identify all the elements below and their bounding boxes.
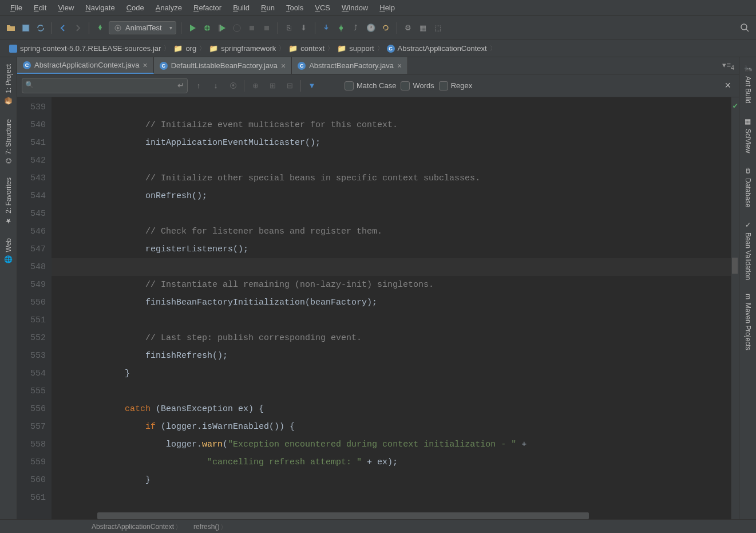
code-line[interactable]: // Instantiate all remaining (non-lazy-i… — [52, 276, 739, 294]
structure-icon[interactable]: ▦ — [417, 22, 429, 34]
code-line[interactable]: // Last step: publish corresponding even… — [52, 329, 739, 347]
tab-close-icon[interactable]: × — [281, 61, 286, 70]
tool-7-structure[interactable]: ⌬7: Structure — [2, 112, 15, 171]
line-number[interactable]: 556 — [17, 400, 46, 418]
tab-close-icon[interactable]: × — [143, 61, 148, 70]
line-number[interactable]: 554 — [17, 365, 46, 382]
tab-close-icon[interactable]: × — [397, 61, 402, 70]
line-number[interactable]: 561 — [17, 489, 46, 507]
code-content[interactable]: // Initialize event multicaster for this… — [52, 97, 739, 519]
breadcrumb-spring-context-5-0-7-release-sources-jar[interactable]: spring-context-5.0.7.RELEASE-sources.jar — [5, 42, 169, 54]
build-icon[interactable] — [94, 22, 106, 34]
breadcrumb-context[interactable]: context — [284, 42, 333, 54]
tool-web[interactable]: 🌐Web — [2, 231, 15, 271]
code-line[interactable]: } — [52, 365, 739, 382]
tool-1-project[interactable]: 📦1: Project — [2, 57, 15, 112]
line-number[interactable]: 539 — [17, 98, 46, 116]
status-breadcrumb-class[interactable]: AbstractApplicationContext — [87, 523, 179, 531]
tab-abstractbeanfactory-java[interactable]: AbstractBeanFactory.java× — [292, 57, 408, 74]
breadcrumb-support[interactable]: support — [333, 42, 382, 54]
menu-analyze[interactable]: Analyze — [150, 2, 188, 14]
back-icon[interactable] — [57, 22, 69, 34]
code-line[interactable] — [52, 258, 739, 276]
sdk-icon[interactable]: ⬚ — [432, 22, 444, 34]
line-number[interactable]: 550 — [17, 294, 46, 311]
forward-icon[interactable] — [72, 22, 84, 34]
code-line[interactable]: finishBeanFactoryInitialization(beanFact… — [52, 294, 739, 311]
line-number[interactable]: 545 — [17, 205, 46, 223]
line-number[interactable]: 546 — [17, 223, 46, 240]
code-line[interactable]: logger.warn("Exception encountered durin… — [52, 436, 739, 453]
tool-database[interactable]: 🛢Database — [741, 160, 755, 214]
code-line[interactable]: if (logger.isWarnEnabled()) { — [52, 418, 739, 436]
menu-tools[interactable]: Tools — [280, 2, 309, 14]
menu-code[interactable]: Code — [121, 2, 150, 14]
menu-edit[interactable]: Edit — [28, 2, 52, 14]
add-selection-icon[interactable]: ⊕ — [249, 80, 262, 92]
run-icon[interactable] — [186, 22, 199, 34]
error-stripe[interactable]: ✔ — [731, 97, 739, 519]
line-number[interactable]: 542 — [17, 152, 46, 169]
code-line[interactable]: // Check for listener beans and register… — [52, 223, 739, 240]
line-number[interactable]: 555 — [17, 382, 46, 400]
code-line[interactable]: } — [52, 471, 739, 489]
code-editor[interactable]: 5395405415425435445455465475485495505515… — [17, 97, 739, 519]
find-input[interactable] — [22, 78, 188, 93]
line-number[interactable]: 548 — [17, 258, 46, 276]
settings-icon[interactable]: ⚙ — [402, 22, 414, 34]
tab-defaultlistablebeanfactory-java[interactable]: DefaultListableBeanFactory.java× — [154, 57, 292, 74]
debug-icon[interactable] — [201, 22, 213, 34]
profile-icon[interactable] — [231, 22, 243, 34]
line-number[interactable]: 557 — [17, 418, 46, 436]
stop-icon[interactable] — [260, 22, 273, 34]
attach-icon[interactable] — [246, 22, 258, 34]
code-line[interactable] — [52, 152, 739, 169]
line-number[interactable]: 541 — [17, 134, 46, 152]
code-line[interactable]: // Initialize other special beans in spe… — [52, 169, 739, 187]
code-line[interactable] — [52, 382, 739, 400]
code-line[interactable]: catch (BeansException ex) { — [52, 400, 739, 418]
breadcrumb-org[interactable]: org — [169, 42, 204, 54]
tool-maven-projects[interactable]: mMaven Projects — [741, 287, 755, 357]
save-all-icon[interactable] — [19, 22, 32, 34]
vcs-history-icon[interactable]: 🕐 — [365, 22, 377, 34]
tool-sciview[interactable]: ▦SciView — [741, 110, 755, 160]
code-line[interactable]: registerListeners(); — [52, 240, 739, 258]
menu-refactor[interactable]: Refactor — [188, 2, 227, 14]
code-line[interactable]: finishRefresh(); — [52, 347, 739, 365]
line-number[interactable]: 547 — [17, 240, 46, 258]
line-number[interactable]: 559 — [17, 453, 46, 471]
remove-selection-icon[interactable]: ⊟ — [283, 80, 296, 92]
status-breadcrumb-method[interactable]: refresh() — [189, 523, 224, 531]
tab-abstractapplicationcontext-java[interactable]: AbstractApplicationContext.java× — [17, 57, 154, 74]
run-config-selector[interactable]: AnimalTest — [109, 21, 176, 34]
tool-ant-build[interactable]: 🐜Ant Build — [741, 57, 755, 110]
find-prev-icon[interactable]: ↑ — [192, 80, 205, 92]
line-number[interactable]: 552 — [17, 329, 46, 347]
words-checkbox[interactable]: Words — [401, 81, 434, 90]
menu-run[interactable]: Run — [255, 2, 280, 14]
tool-2-favorites[interactable]: ★2: Favorites — [2, 171, 15, 232]
code-line[interactable]: // Initialize event multicaster for this… — [52, 116, 739, 134]
code-line[interactable] — [52, 98, 739, 116]
menu-window[interactable]: Window — [336, 2, 374, 14]
line-number[interactable]: 560 — [17, 471, 46, 489]
caret-mark[interactable] — [732, 258, 738, 274]
tool1-icon[interactable]: ⎘ — [283, 22, 295, 34]
coverage-icon[interactable] — [216, 22, 228, 34]
vcs-commit-icon[interactable] — [335, 22, 347, 34]
select-all-icon[interactable]: ⊞ — [266, 80, 279, 92]
match-case-checkbox[interactable]: Match Case — [345, 81, 396, 90]
code-line[interactable] — [52, 489, 739, 507]
line-number[interactable]: 553 — [17, 347, 46, 365]
find-next-icon[interactable]: ↓ — [209, 80, 222, 92]
breadcrumb-abstractapplicationcontext[interactable]: AbstractApplicationContext — [382, 42, 495, 54]
code-line[interactable]: "cancelling refresh attempt: " + ex); — [52, 453, 739, 471]
vcs-update-icon[interactable] — [320, 22, 333, 34]
line-number[interactable]: 543 — [17, 169, 46, 187]
tool2-icon[interactable]: ⬇ — [298, 22, 310, 34]
line-number[interactable]: 558 — [17, 436, 46, 453]
find-target-icon[interactable]: ⦿ — [227, 80, 239, 92]
search-everywhere-icon[interactable] — [739, 22, 751, 34]
menu-vcs[interactable]: VCS — [309, 2, 336, 14]
